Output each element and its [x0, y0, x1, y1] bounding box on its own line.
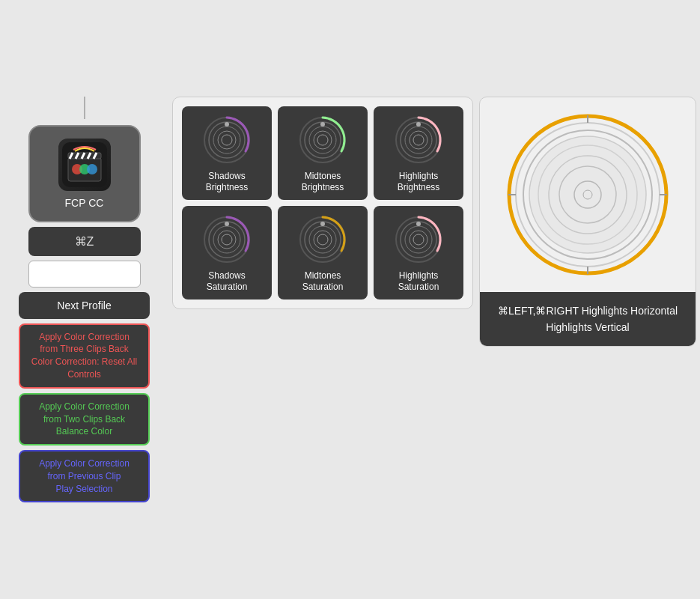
svg-point-28	[416, 122, 421, 127]
midtones-brightness-knob	[296, 114, 349, 166]
next-profile-button[interactable]: Next Profile	[19, 292, 150, 319]
apply-green-button[interactable]: Apply Color Correction from Two Clips Ba…	[19, 393, 150, 446]
svg-point-31	[213, 226, 240, 253]
highlights-horizontal-vertical-knob	[505, 112, 670, 277]
app-icon-box: FCP CC	[28, 125, 141, 222]
highlights-brightness-knob	[392, 114, 445, 166]
clapper-icon	[62, 142, 107, 187]
svg-point-16	[225, 122, 229, 127]
highlights-saturation-knob	[392, 213, 445, 266]
svg-point-46	[416, 222, 421, 226]
highlights-saturation-label: HighlightsSaturation	[398, 270, 439, 294]
shadows-saturation-cell[interactable]: ShadowsSaturation	[182, 206, 272, 300]
apply-red-label: Apply Color Correction from Three Clips …	[31, 332, 137, 380]
svg-point-43	[405, 226, 432, 253]
midtones-brightness-cell[interactable]: MidtonesBrightness	[278, 106, 368, 200]
app-title-label: FCP CC	[65, 197, 104, 209]
profile-input-box[interactable]	[28, 261, 141, 288]
svg-point-13	[213, 127, 240, 153]
main-container: FCP CC ⌘Z Next Profile Apply Color Corre…	[0, 82, 700, 518]
shadows-brightness-cell[interactable]: ShadowsBrightness	[182, 106, 272, 200]
connector-line	[84, 97, 85, 119]
left-sidebar: FCP CC ⌘Z Next Profile Apply Color Corre…	[4, 97, 165, 503]
midtones-saturation-cell[interactable]: MidtonesSaturation	[278, 206, 368, 300]
shadows-brightness-knob	[201, 114, 253, 166]
svg-point-50	[529, 136, 646, 253]
shadows-saturation-label: ShadowsSaturation	[207, 270, 248, 294]
svg-point-25	[405, 127, 432, 153]
apply-blue-button[interactable]: Apply Color Correction from Previous Cli…	[19, 450, 150, 502]
midtones-saturation-knob	[296, 213, 349, 266]
apply-blue-label: Apply Color Correction from Previous Cli…	[39, 458, 130, 494]
svg-point-10	[87, 164, 97, 174]
svg-point-34	[225, 222, 229, 226]
midtones-saturation-label: MidtonesSaturation	[302, 270, 344, 294]
highlights-saturation-cell[interactable]: HighlightsSaturation	[374, 206, 463, 300]
right-panel-label: ⌘LEFT,⌘RIGHT Highlights Horizontal Highl…	[480, 292, 696, 347]
svg-point-37	[309, 226, 336, 253]
midtones-brightness-label: MidtonesBrightness	[302, 171, 344, 194]
right-panel: ⌘LEFT,⌘RIGHT Highlights Horizontal Highl…	[479, 97, 696, 347]
cmd-z-button[interactable]: ⌘Z	[28, 227, 141, 256]
shadows-brightness-label: ShadowsBrightness	[206, 171, 249, 194]
apply-red-button[interactable]: Apply Color Correction from Three Clips …	[19, 323, 150, 389]
apply-green-label: Apply Color Correction from Two Clips Ba…	[39, 401, 130, 437]
highlights-brightness-label: HighlightsBrightness	[398, 171, 440, 194]
svg-point-22	[320, 122, 325, 127]
center-knobs-panel: ShadowsBrightness MidtonesBrightness	[172, 97, 473, 309]
svg-point-40	[320, 222, 325, 226]
big-knob-area[interactable]	[480, 97, 696, 292]
svg-point-19	[309, 127, 336, 153]
highlights-brightness-cell[interactable]: HighlightsBrightness	[374, 106, 463, 200]
shadows-saturation-knob	[201, 213, 253, 266]
app-icon	[58, 139, 111, 191]
